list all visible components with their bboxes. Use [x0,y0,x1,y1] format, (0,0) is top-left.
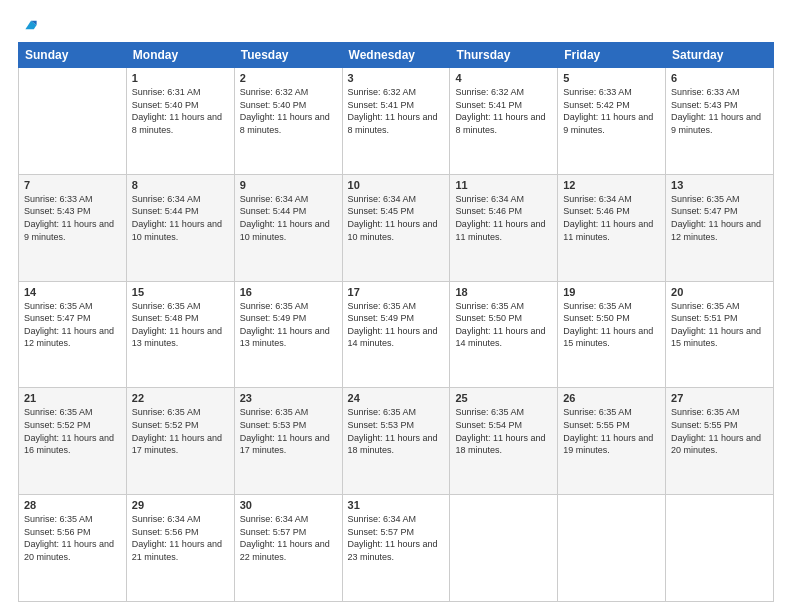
day-number: 3 [348,72,445,84]
day-info: Sunrise: 6:33 AMSunset: 5:42 PMDaylight:… [563,86,660,136]
header [18,18,774,32]
day-info: Sunrise: 6:34 AMSunset: 5:57 PMDaylight:… [240,513,337,563]
day-info: Sunrise: 6:35 AMSunset: 5:47 PMDaylight:… [24,300,121,350]
day-info: Sunrise: 6:35 AMSunset: 5:52 PMDaylight:… [132,406,229,456]
day-number: 15 [132,286,229,298]
calendar-table: SundayMondayTuesdayWednesdayThursdayFrid… [18,42,774,602]
day-info: Sunrise: 6:32 AMSunset: 5:40 PMDaylight:… [240,86,337,136]
calendar-header-wednesday: Wednesday [342,43,450,68]
calendar-cell: 24Sunrise: 6:35 AMSunset: 5:53 PMDayligh… [342,388,450,495]
day-info: Sunrise: 6:35 AMSunset: 5:51 PMDaylight:… [671,300,768,350]
day-number: 28 [24,499,121,511]
day-info: Sunrise: 6:34 AMSunset: 5:57 PMDaylight:… [348,513,445,563]
calendar-cell [558,495,666,602]
calendar-week-row: 21Sunrise: 6:35 AMSunset: 5:52 PMDayligh… [19,388,774,495]
calendar-cell: 7Sunrise: 6:33 AMSunset: 5:43 PMDaylight… [19,174,127,281]
calendar-cell: 9Sunrise: 6:34 AMSunset: 5:44 PMDaylight… [234,174,342,281]
day-number: 31 [348,499,445,511]
day-number: 10 [348,179,445,191]
page: SundayMondayTuesdayWednesdayThursdayFrid… [0,0,792,612]
day-number: 21 [24,392,121,404]
day-number: 26 [563,392,660,404]
calendar-cell [19,68,127,175]
day-number: 12 [563,179,660,191]
day-info: Sunrise: 6:33 AMSunset: 5:43 PMDaylight:… [24,193,121,243]
day-info: Sunrise: 6:35 AMSunset: 5:50 PMDaylight:… [563,300,660,350]
day-number: 1 [132,72,229,84]
day-number: 4 [455,72,552,84]
day-number: 18 [455,286,552,298]
calendar-week-row: 7Sunrise: 6:33 AMSunset: 5:43 PMDaylight… [19,174,774,281]
calendar-cell: 2Sunrise: 6:32 AMSunset: 5:40 PMDaylight… [234,68,342,175]
day-info: Sunrise: 6:35 AMSunset: 5:50 PMDaylight:… [455,300,552,350]
day-number: 7 [24,179,121,191]
calendar-cell: 31Sunrise: 6:34 AMSunset: 5:57 PMDayligh… [342,495,450,602]
day-info: Sunrise: 6:35 AMSunset: 5:49 PMDaylight:… [240,300,337,350]
day-number: 8 [132,179,229,191]
calendar-cell: 10Sunrise: 6:34 AMSunset: 5:45 PMDayligh… [342,174,450,281]
calendar-cell [666,495,774,602]
calendar-cell: 27Sunrise: 6:35 AMSunset: 5:55 PMDayligh… [666,388,774,495]
calendar-header-friday: Friday [558,43,666,68]
calendar-cell: 26Sunrise: 6:35 AMSunset: 5:55 PMDayligh… [558,388,666,495]
calendar-cell: 11Sunrise: 6:34 AMSunset: 5:46 PMDayligh… [450,174,558,281]
calendar-cell: 20Sunrise: 6:35 AMSunset: 5:51 PMDayligh… [666,281,774,388]
calendar-cell: 3Sunrise: 6:32 AMSunset: 5:41 PMDaylight… [342,68,450,175]
calendar-cell: 15Sunrise: 6:35 AMSunset: 5:48 PMDayligh… [126,281,234,388]
calendar-cell: 29Sunrise: 6:34 AMSunset: 5:56 PMDayligh… [126,495,234,602]
day-number: 5 [563,72,660,84]
day-info: Sunrise: 6:35 AMSunset: 5:55 PMDaylight:… [563,406,660,456]
day-info: Sunrise: 6:35 AMSunset: 5:56 PMDaylight:… [24,513,121,563]
day-info: Sunrise: 6:34 AMSunset: 5:44 PMDaylight:… [240,193,337,243]
calendar-cell: 25Sunrise: 6:35 AMSunset: 5:54 PMDayligh… [450,388,558,495]
calendar-cell [450,495,558,602]
day-info: Sunrise: 6:35 AMSunset: 5:55 PMDaylight:… [671,406,768,456]
calendar-cell: 14Sunrise: 6:35 AMSunset: 5:47 PMDayligh… [19,281,127,388]
day-number: 29 [132,499,229,511]
day-number: 9 [240,179,337,191]
day-number: 22 [132,392,229,404]
calendar-cell: 23Sunrise: 6:35 AMSunset: 5:53 PMDayligh… [234,388,342,495]
day-info: Sunrise: 6:31 AMSunset: 5:40 PMDaylight:… [132,86,229,136]
day-number: 19 [563,286,660,298]
calendar-cell: 6Sunrise: 6:33 AMSunset: 5:43 PMDaylight… [666,68,774,175]
calendar-cell: 8Sunrise: 6:34 AMSunset: 5:44 PMDaylight… [126,174,234,281]
day-info: Sunrise: 6:32 AMSunset: 5:41 PMDaylight:… [455,86,552,136]
calendar-cell: 17Sunrise: 6:35 AMSunset: 5:49 PMDayligh… [342,281,450,388]
day-info: Sunrise: 6:35 AMSunset: 5:53 PMDaylight:… [240,406,337,456]
day-info: Sunrise: 6:33 AMSunset: 5:43 PMDaylight:… [671,86,768,136]
day-number: 16 [240,286,337,298]
calendar-header-sunday: Sunday [19,43,127,68]
calendar-header-tuesday: Tuesday [234,43,342,68]
day-info: Sunrise: 6:35 AMSunset: 5:52 PMDaylight:… [24,406,121,456]
day-number: 25 [455,392,552,404]
day-number: 24 [348,392,445,404]
day-info: Sunrise: 6:35 AMSunset: 5:48 PMDaylight:… [132,300,229,350]
day-number: 27 [671,392,768,404]
day-number: 20 [671,286,768,298]
day-info: Sunrise: 6:34 AMSunset: 5:46 PMDaylight:… [563,193,660,243]
day-info: Sunrise: 6:34 AMSunset: 5:56 PMDaylight:… [132,513,229,563]
calendar-header-thursday: Thursday [450,43,558,68]
calendar-week-row: 28Sunrise: 6:35 AMSunset: 5:56 PMDayligh… [19,495,774,602]
day-number: 13 [671,179,768,191]
day-number: 2 [240,72,337,84]
day-info: Sunrise: 6:34 AMSunset: 5:44 PMDaylight:… [132,193,229,243]
calendar-cell: 5Sunrise: 6:33 AMSunset: 5:42 PMDaylight… [558,68,666,175]
calendar-cell: 19Sunrise: 6:35 AMSunset: 5:50 PMDayligh… [558,281,666,388]
calendar-header-monday: Monday [126,43,234,68]
day-info: Sunrise: 6:35 AMSunset: 5:47 PMDaylight:… [671,193,768,243]
logo [18,18,38,32]
day-number: 6 [671,72,768,84]
calendar-cell: 4Sunrise: 6:32 AMSunset: 5:41 PMDaylight… [450,68,558,175]
calendar-cell: 16Sunrise: 6:35 AMSunset: 5:49 PMDayligh… [234,281,342,388]
day-info: Sunrise: 6:32 AMSunset: 5:41 PMDaylight:… [348,86,445,136]
day-number: 14 [24,286,121,298]
logo-text [18,18,38,32]
calendar-cell: 28Sunrise: 6:35 AMSunset: 5:56 PMDayligh… [19,495,127,602]
calendar-cell: 22Sunrise: 6:35 AMSunset: 5:52 PMDayligh… [126,388,234,495]
calendar-cell: 12Sunrise: 6:34 AMSunset: 5:46 PMDayligh… [558,174,666,281]
calendar-cell: 18Sunrise: 6:35 AMSunset: 5:50 PMDayligh… [450,281,558,388]
calendar-week-row: 1Sunrise: 6:31 AMSunset: 5:40 PMDaylight… [19,68,774,175]
calendar-cell: 1Sunrise: 6:31 AMSunset: 5:40 PMDaylight… [126,68,234,175]
